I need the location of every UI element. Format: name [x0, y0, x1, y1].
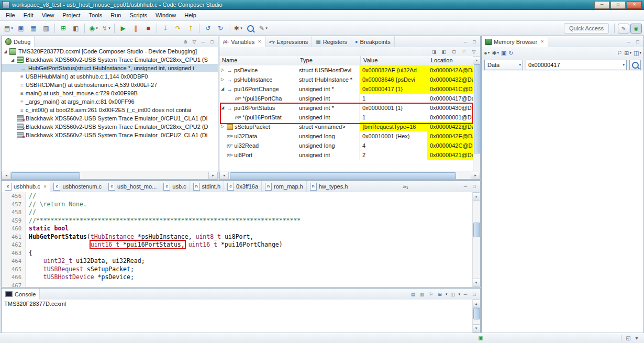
scroll-left-icon[interactable]: ◂: [2, 172, 11, 179]
show-logical-structure-button[interactable]: ◧: [440, 49, 448, 54]
stack-frame[interactable]: ≡ _args_main() at args_main.c:81 0x00FF9…: [2, 97, 218, 106]
minimize-view-button[interactable]: ─: [199, 39, 207, 45]
menu-scripts[interactable]: Scripts: [125, 10, 151, 20]
line-number[interactable]: 458: [2, 208, 26, 217]
pin-view-button[interactable]: ⚐: [460, 49, 468, 54]
scroll-right-icon[interactable]: ▸: [208, 172, 218, 179]
refresh-memory-button[interactable]: ↻: [508, 50, 513, 57]
ccs-edit-perspective-button[interactable]: ✎: [618, 24, 629, 34]
menu-file[interactable]: File: [2, 10, 19, 20]
console-output[interactable]: TMS320F28377D.ccxml: [2, 300, 473, 333]
view-menu-button[interactable]: ▽: [191, 39, 198, 45]
table-row-psDevice[interactable]: ▷→psDevice struct tUSBHostDevi 0x000082A…: [219, 65, 473, 75]
table-row-deref-pui16PortStatus[interactable]: (x)=*(pui16PortStat unsigned int 1 0x000…: [219, 113, 473, 122]
column-header-location[interactable]: Location: [428, 56, 473, 65]
menu-view[interactable]: View: [38, 10, 59, 20]
console-vertical-scrollbar[interactable]: ▴ ▾: [472, 300, 480, 333]
new-file-button[interactable]: ▤▾: [2, 23, 15, 34]
new-target-config-button[interactable]: ⊞: [57, 23, 70, 34]
maximize-view-button[interactable]: □: [471, 39, 478, 45]
variable-value[interactable]: 1: [360, 113, 427, 122]
variable-value[interactable]: {bmRequestType=16: [360, 122, 427, 131]
stack-frame-current[interactable]: → HubGetPortStatus(struct tHubInstance *…: [2, 64, 218, 72]
tab-expressions[interactable]: x+y Expressions: [265, 36, 312, 47]
status-menu-icon[interactable]: ▾: [632, 335, 641, 341]
scrollbar-thumb[interactable]: [230, 172, 456, 180]
tab-debug[interactable]: Debug: [2, 36, 35, 47]
tab-usbhostenum-c[interactable]: cusbhostenum.c: [50, 181, 105, 192]
tab-usb-c[interactable]: cusb.c: [160, 181, 190, 192]
menu-project[interactable]: Project: [58, 10, 84, 20]
close-tab-icon[interactable]: ✕: [540, 39, 544, 44]
resume-button[interactable]: ▶: [117, 23, 129, 34]
ccs-debug-perspective-button[interactable]: ◉: [630, 24, 642, 34]
memory-address-input[interactable]: [526, 61, 620, 69]
print-button[interactable]: ▥: [40, 23, 52, 34]
go-to-address-button[interactable]: [629, 60, 641, 70]
stack-frame[interactable]: ≡ c_int00() at boot28.asm:261 0x00F2E5 (…: [2, 106, 218, 114]
code-editor[interactable]: 456// 457// \return None. 458// 459//***…: [2, 192, 473, 287]
view-log-button[interactable]: ▤: [409, 292, 417, 297]
variable-value[interactable]: 0x00010001 (Hex): [360, 131, 427, 141]
collapse-all-button[interactable]: ⊟: [450, 49, 458, 54]
restart-button[interactable]: ↺: [202, 23, 214, 34]
memory-page-select[interactable]: Data ▾: [484, 60, 523, 70]
menu-window[interactable]: Window: [151, 10, 180, 20]
column-header-name[interactable]: Name: [219, 56, 297, 65]
scroll-right-icon[interactable]: ▸: [471, 172, 480, 179]
line-number[interactable]: 465: [2, 265, 26, 274]
pin-memory-button[interactable]: ⚐: [617, 50, 622, 57]
scrollbar-thumb[interactable]: [11, 172, 80, 180]
expanded-arrow-icon[interactable]: ◢: [11, 58, 17, 62]
tree-item-cpu1-thread[interactable]: ◢ Blackhawk XDS560v2-USB System Trace Em…: [2, 56, 218, 64]
maximize-view-button[interactable]: □: [471, 292, 478, 297]
variable-value[interactable]: 2: [360, 150, 427, 160]
load-memory-button[interactable]: ●▾: [484, 50, 490, 56]
minimize-view-button[interactable]: ─: [462, 292, 469, 297]
maximize-button[interactable]: □: [610, 1, 626, 9]
tab-rom-map-h[interactable]: hrom_map.h: [262, 181, 307, 192]
variable-value[interactable]: 0x00008646 {psDevi: [360, 75, 427, 84]
table-row-pui16PortStatus[interactable]: ◢→pui16PortStatus unsigned int * 0x00000…: [219, 103, 473, 113]
variable-value[interactable]: 1: [360, 94, 427, 103]
table-row-psHubInstance[interactable]: ▷→psHubInstance struct tHubInstance * 0x…: [219, 75, 473, 84]
scroll-up-icon[interactable]: ▴: [473, 300, 480, 308]
close-tab-icon[interactable]: ✕: [258, 39, 261, 44]
tab-0x3ff16a[interactable]: c0x3ff16a: [224, 181, 262, 192]
open-console-button[interactable]: ⊞: [436, 292, 443, 297]
stack-frame[interactable]: ≡ USBHCDMain() at usbhostenum.c:4,539 0x…: [2, 81, 218, 89]
line-number[interactable]: 467: [2, 282, 26, 287]
scroll-left-icon[interactable]: ◂: [219, 172, 229, 179]
table-row-ui8Port[interactable]: (x)=ui8Port unsigned int 2 0x00000421@Da…: [219, 150, 473, 160]
terminate-button[interactable]: ■: [142, 23, 154, 34]
word-wrap-button[interactable]: ▥: [418, 292, 426, 297]
minimize-view-button[interactable]: ─: [462, 39, 469, 45]
chevron-down-icon[interactable]: ▾: [621, 63, 626, 67]
save-memory-button[interactable]: ▣: [501, 50, 506, 57]
scroll-down-icon[interactable]: ▾: [473, 279, 480, 287]
scroll-down-icon[interactable]: ▾: [473, 324, 480, 333]
editor-vertical-scrollbar[interactable]: ▴ ▾: [472, 192, 480, 287]
minimize-button[interactable]: ─: [594, 1, 609, 9]
variable-value[interactable]: 4: [360, 141, 427, 150]
debug-horizontal-scrollbar[interactable]: ◂ ▸: [2, 171, 218, 179]
variables-horizontal-scrollbar[interactable]: ◂ ▸: [219, 171, 480, 179]
variable-value[interactable]: 0x00000001 {1}: [360, 103, 427, 113]
collapsed-arrow-icon[interactable]: ▷: [221, 65, 227, 75]
save-button[interactable]: ▣: [15, 23, 27, 34]
tab-breakpoints[interactable]: ● Breakpoints: [351, 36, 395, 47]
maximize-view-button[interactable]: □: [208, 39, 216, 45]
view-menu-button[interactable]: ▽: [470, 49, 478, 54]
line-number[interactable]: 463: [2, 249, 26, 258]
remove-terminated-button[interactable]: ⊗: [182, 39, 189, 45]
show-type-names-button[interactable]: ◨: [430, 49, 438, 54]
scroll-up-icon[interactable]: ▴: [473, 192, 480, 201]
maximize-view-button[interactable]: □: [634, 39, 641, 45]
memory-settings-button[interactable]: ✱▾: [492, 50, 499, 57]
tab-registers[interactable]: ▦ Registers: [312, 36, 351, 47]
tree-item-cla1-thread[interactable]: ✕ Blackhawk XDS560v2-USB System Trace Em…: [2, 114, 218, 123]
column-header-value[interactable]: Value: [361, 56, 428, 65]
annotate-button[interactable]: ✎▾: [257, 23, 269, 34]
scrollbar-track[interactable]: [11, 172, 208, 179]
line-number[interactable]: 462: [2, 241, 26, 249]
